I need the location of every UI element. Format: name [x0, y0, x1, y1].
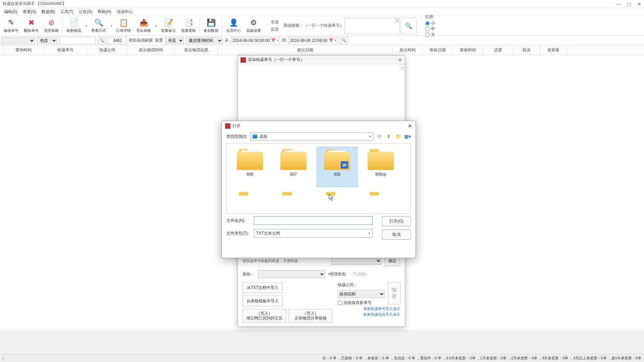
column-header[interactable]: 签收时间 [453, 46, 483, 55]
statusbar: ! 共：0 单 ，已签收：0 单 ，未签收：0 单 ，无信息：0 单 ，退回件：… [0, 354, 644, 362]
date-from-input[interactable]: 2024-08-08 00:00:00📅▾ [231, 37, 280, 44]
column-header[interactable]: 快递公司 [87, 46, 127, 55]
delete-icon: ✖ [26, 18, 36, 27]
grid-header: 查询时间快递单号快递公司发出物流时间发出物流信息发出日期发出时间签收日期签收时间… [0, 46, 644, 55]
filename-input[interactable] [254, 216, 373, 225]
folder-item[interactable]: 808sp [360, 147, 401, 187]
column-header[interactable]: 快递单号 [44, 46, 87, 55]
menu-edit[interactable]: 编辑(E) [1, 8, 20, 15]
folder-item[interactable]: 807 [273, 147, 314, 187]
date-search-button[interactable]: 🔍 [340, 37, 348, 44]
document-icon: 📄 [69, 18, 78, 27]
menu-tools[interactable]: 工具(T) [58, 8, 76, 15]
column-header[interactable]: 签收日期 [423, 46, 453, 55]
folder-item[interactable] [229, 190, 270, 196]
open-dialog-titlebar: 打开 ✕ [222, 121, 416, 131]
list-icon: 📋 [119, 18, 128, 27]
menu-activity[interactable]: 活动中心 [114, 8, 136, 15]
advsearch-textarea[interactable]: ▴ [344, 18, 400, 34]
company-select[interactable]: 自动识别 [338, 290, 385, 298]
folder-item-selected[interactable]: W 808 [317, 147, 358, 187]
delete-button[interactable]: ✖删除单号 [21, 17, 41, 35]
refresh-button[interactable]: 📄刷新物流 [64, 17, 84, 35]
menu-data[interactable]: 数据(B) [39, 8, 58, 15]
linespacing-small[interactable]: 小 [425, 20, 435, 26]
add-dialog-close-button[interactable]: ✕ [398, 57, 402, 63]
menu-help[interactable]: 帮助(H) [95, 8, 114, 15]
backup-button[interactable]: 💾备份数据 [201, 17, 221, 35]
new-folder-button[interactable]: 📁 [395, 133, 401, 140]
keep-checkbox[interactable]: 连续保存新单号 [338, 300, 385, 306]
date-to-input[interactable]: 2024-08-08 23:59:59📅▾ [288, 37, 337, 44]
advsearch-button[interactable]: 🔍 [400, 18, 417, 34]
scroll-up-icon[interactable]: ▴ [399, 64, 405, 70]
app-icon [240, 57, 246, 63]
menu-view[interactable]: 查看(S) [20, 8, 39, 15]
column-header[interactable]: 发出日期 [218, 46, 392, 55]
folder-icon [280, 149, 307, 170]
import-txt-button[interactable]: 从TXT文档中导入 [243, 282, 283, 293]
and-select[interactable]: 并且 [165, 37, 184, 44]
cancel-button[interactable]: 取消 [382, 230, 411, 240]
orderdetail-button[interactable]: 📋订单详情 [114, 17, 133, 35]
batchcopy-button[interactable]: 📑批量复制 [179, 17, 198, 35]
field-select[interactable] [1, 37, 35, 44]
folder-item[interactable]: 806 [229, 147, 270, 187]
filter-search-button[interactable]: 🔍 [98, 37, 106, 44]
export-button[interactable]: 📤导出表格 [134, 17, 153, 35]
contain-select[interactable]: 包含 [37, 37, 57, 44]
demo-link-single[interactable]: 单家快递单号导入演示 [363, 306, 400, 311]
maximize-button[interactable]: ▢ [627, 1, 631, 7]
location-combo[interactable]: 桌面 ▾ [250, 132, 373, 140]
close-window-button[interactable]: ✕ [637, 1, 641, 7]
open-button[interactable]: 打开(O) [382, 216, 411, 226]
chevron-down-icon: ▾ [277, 39, 278, 42]
back-button[interactable]: ⟲ [376, 133, 383, 140]
file-list[interactable]: 806 807 W 808 808sp [226, 143, 411, 214]
column-header[interactable]: 更新量 [540, 46, 567, 55]
view-menu-button[interactable]: ▦▾ [404, 133, 411, 140]
column-header[interactable]: 发出物流信息 [174, 46, 218, 55]
filter-value-input[interactable] [59, 37, 96, 44]
window-controls: — ▢ ✕ [616, 1, 641, 7]
viewmode-button[interactable]: 🔍查看方式 [89, 17, 108, 35]
batchremark-button[interactable]: 📝批量备注 [159, 17, 178, 35]
modify-button[interactable]: ✎修改单号 [1, 17, 21, 35]
menu-notice[interactable]: 公告(X) [76, 8, 95, 15]
folder-item[interactable] [360, 190, 401, 196]
column-header[interactable]: 查询时间 [3, 46, 44, 55]
settings-link[interactable]: 设置 [155, 38, 163, 43]
column-header[interactable]: 进度 [483, 46, 513, 55]
demo-links: 单家快递单号导入演示 多家快递混合导入演示 [363, 306, 400, 317]
advset-button[interactable]: ⚙高级设置 [244, 17, 263, 35]
folder-item[interactable] [317, 190, 358, 196]
viewmode-dropdown[interactable]: ▾ [109, 16, 113, 35]
menubar: 编辑(E) 查看(S) 数据(B) 工具(T) 公告(X) 帮助(H) 活动中心 [0, 8, 644, 16]
refresh-dropdown[interactable]: ▾ [84, 16, 88, 35]
invert-link[interactable]: 反选 [271, 26, 279, 32]
clear-button[interactable]: ⊘清空表格 [42, 17, 61, 35]
manage-category-link[interactable]: •管理类别 [328, 272, 346, 277]
demo-link-multi[interactable]: 多家快递混合导入演示 [363, 312, 400, 317]
linespacing-medium[interactable]: 中 [425, 26, 435, 32]
filter-bar: 包含 🔍 3462 秒后自动刷新 设置 并且 最后查询时间 从 2024-08-… [0, 36, 644, 46]
folder-item[interactable] [273, 190, 314, 196]
filetype-combo[interactable]: TXT文本文档▾ [254, 229, 373, 238]
save-button[interactable]: 保存 [388, 282, 400, 304]
desktop-icon [253, 134, 257, 138]
export-dropdown[interactable]: ▾ [154, 16, 158, 35]
scroll-up-icon[interactable]: ▴ [395, 18, 399, 23]
linespacing-large[interactable]: 大 [425, 32, 435, 38]
selectall-link[interactable]: 全选 [271, 19, 279, 25]
minimize-button[interactable]: — [616, 1, 621, 7]
category-select[interactable] [258, 270, 325, 278]
import-xls-button[interactable]: 从表格模板中导入 [243, 296, 283, 306]
note-icon: 📝 [164, 18, 173, 27]
column-header[interactable]: 发出物流时间 [127, 46, 174, 55]
open-dialog-close-button[interactable]: ✕ [408, 123, 412, 129]
member-button[interactable]: 👤会员中心 [224, 17, 243, 35]
column-header[interactable]: 发出时间 [392, 46, 423, 55]
column-header[interactable]: 延误 [513, 46, 540, 55]
up-button[interactable]: ⬆ [385, 133, 392, 140]
lastquery-select[interactable]: 最后查询时间 [186, 37, 223, 44]
